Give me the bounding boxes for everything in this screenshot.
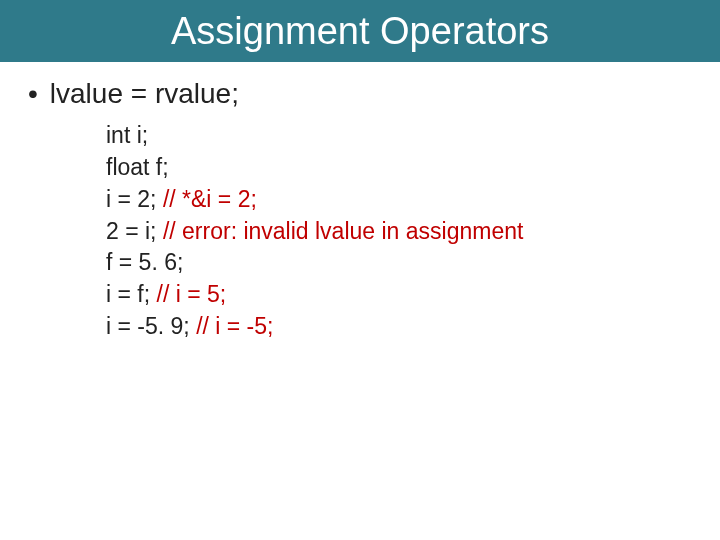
- code-line: float f;: [106, 152, 692, 184]
- bullet-item: • lvalue = rvalue;: [28, 76, 692, 112]
- code-block: int i; float f; i = 2; // *&i = 2; 2 = i…: [106, 120, 692, 342]
- title-bar: Assignment Operators: [0, 0, 720, 62]
- bullet-text: lvalue = rvalue;: [50, 76, 239, 112]
- code-line: i = 2; // *&i = 2;: [106, 184, 692, 216]
- slide-title: Assignment Operators: [171, 10, 549, 53]
- code-comment: // *&i = 2;: [163, 186, 257, 212]
- code-line: f = 5. 6;: [106, 247, 692, 279]
- code-line: int i;: [106, 120, 692, 152]
- code-comment: // i = -5;: [196, 313, 273, 339]
- content-area: • lvalue = rvalue; int i; float f; i = 2…: [0, 62, 720, 343]
- bullet-icon: •: [28, 76, 38, 112]
- code-line: i = f; // i = 5;: [106, 279, 692, 311]
- code-line: i = -5. 9; // i = -5;: [106, 311, 692, 343]
- code-comment: // error: invalid lvalue in assignment: [163, 218, 524, 244]
- code-line: 2 = i; // error: invalid lvalue in assig…: [106, 216, 692, 248]
- code-comment: // i = 5;: [157, 281, 227, 307]
